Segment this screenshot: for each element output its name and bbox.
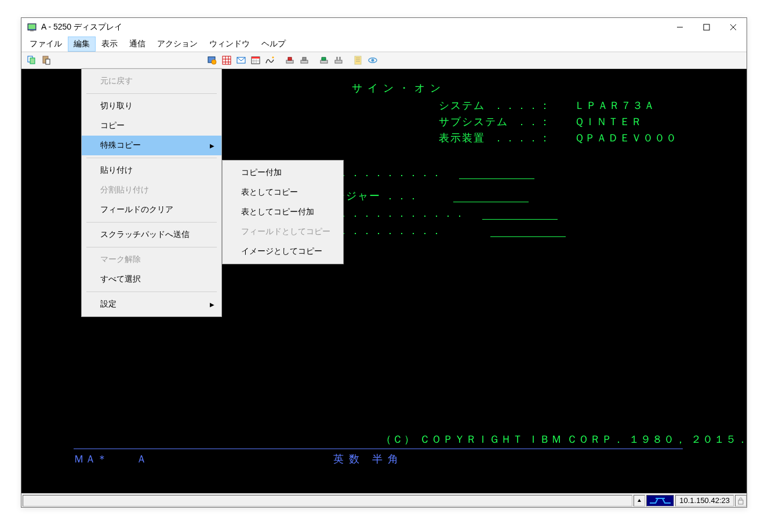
toolbar-signature-icon[interactable] [263,53,277,67]
lock-icon[interactable] [735,495,747,507]
svg-marker-30 [322,57,326,60]
menu-send-scratchpad[interactable]: スクラッチパッドへ送信 [82,225,221,245]
term-mode1: 英 数 [333,453,361,465]
term-subsystem-value: ＱＩＮＴＥＲ [574,116,643,127]
svg-rect-27 [301,60,308,63]
status-message [23,495,632,507]
svg-rect-28 [303,57,306,60]
titlebar: A - 5250 ディスプレイ [21,18,747,37]
svg-rect-29 [321,60,327,63]
minimize-button[interactable] [667,18,693,37]
toolbar [21,52,747,69]
menu-comm[interactable]: 通信 [123,37,151,52]
submenu-copy-as-field: フィールドとしてコピー [223,222,343,242]
menubar: ファイル 編集 表示 通信 アクション ウィンドウ ヘルプ [21,37,747,52]
svg-rect-33 [339,57,341,60]
window-title: A - 5250 ディスプレイ [41,22,667,32]
edit-menu-dropdown: 元に戻す 切り取り コピー 特殊コピー▶ 貼り付け 分割貼り付け フィールドのク… [81,68,222,317]
toolbar-note-icon[interactable] [351,53,365,67]
term-subsystem-label: サブシステム ．．： [439,116,551,127]
svg-rect-2 [30,30,34,31]
maximize-button[interactable] [693,18,720,37]
term-device-value: ＱＰＡＤＥＶ０００ [574,132,678,144]
svg-rect-25 [286,60,293,63]
toolbar-device2-icon[interactable] [297,53,311,67]
submenu-copy-as-image[interactable]: イメージとしてコピー [223,242,343,261]
menu-undo: 元に戻す [82,71,221,91]
status-arrow-button[interactable] [634,495,645,507]
menu-paste[interactable]: 貼り付け [82,161,221,180]
toolbar-device3-icon[interactable] [317,53,331,67]
menu-copy[interactable]: コピー [82,116,221,136]
term-mode2: 半 角 [372,453,399,465]
term-ma: ＭＡ＊ [74,453,108,465]
term-system-value: ＬＰＡＲ７３Ａ [574,100,656,111]
status-ip: 10.1.150.42:23 [675,495,734,507]
term-a: Ａ [136,453,148,465]
menu-action[interactable]: アクション [151,37,203,52]
chevron-right-icon: ▶ [210,143,214,149]
toolbar-calendar-icon[interactable] [249,53,263,67]
term-input-1[interactable] [459,167,534,179]
svg-rect-26 [288,57,292,60]
menu-clear-field[interactable]: フィールドのクリア [82,200,221,220]
statusbar: 10.1.150.42:23 [21,493,747,507]
svg-rect-1 [28,24,35,29]
menu-settings[interactable]: 設定▶ [82,294,221,314]
connection-icon [646,495,674,507]
toolbar-grid-red-icon[interactable] [220,53,234,67]
svg-point-12 [212,60,216,64]
term-copyright: （Ｃ） ＣＯＰＹＲＩＧＨＴ ＩＢＭ ＣＯＲＰ． １９８０， ２０１５． [381,431,747,448]
app-icon [27,23,37,32]
submenu-copy-as-table[interactable]: 表としてコピー [223,183,343,202]
svg-marker-40 [638,499,641,502]
submenu-copy-append[interactable]: コピー付加 [223,163,343,183]
toolbar-paste-icon[interactable] [39,53,53,67]
toolbar-device4-icon[interactable] [332,53,345,67]
svg-rect-41 [738,500,743,504]
menu-help[interactable]: ヘルプ [256,37,292,52]
toolbar-mail-icon[interactable] [234,53,248,67]
menu-cut[interactable]: 切り取り [82,96,221,116]
menu-select-all[interactable]: すべて選択 [82,269,221,289]
menu-edit[interactable]: 編集 [68,37,96,52]
close-button[interactable] [720,18,747,37]
svg-point-39 [372,59,374,62]
term-input-3[interactable] [482,208,558,220]
term-separator [74,449,683,449]
menu-window[interactable]: ウィンドウ [203,37,256,52]
svg-rect-34 [355,56,361,64]
chevron-right-icon: ▶ [210,301,214,308]
menu-special-copy[interactable]: 特殊コピー▶ [82,136,221,155]
svg-rect-4 [704,24,709,30]
toolbar-help-icon[interactable] [366,53,380,67]
term-input-4[interactable] [490,225,566,237]
term-system-label: システム ．．．．： [439,100,551,111]
svg-rect-31 [335,60,342,63]
term-input-2[interactable] [453,191,529,202]
toolbar-device1-icon[interactable] [283,53,297,67]
svg-rect-10 [46,59,50,64]
term-dots3: ．．．．．．．．．．．． [323,207,466,219]
special-copy-submenu: コピー付加 表としてコピー 表としてコピー付加 フィールドとしてコピー イメージ… [222,160,344,264]
menu-split-paste: 分割貼り付け [82,180,221,200]
term-device-label: 表示装置 ．．．．： [439,132,551,144]
svg-point-24 [272,57,274,59]
svg-rect-20 [252,57,260,59]
toolbar-settings-icon[interactable] [205,53,219,67]
menu-file[interactable]: ファイル [24,37,68,52]
svg-rect-32 [336,57,338,60]
menu-unmark: マーク解除 [82,250,221,269]
toolbar-copy-icon[interactable] [25,53,39,67]
term-title: サ イ ン ・ オ ン [352,79,747,97]
svg-rect-8 [30,58,35,64]
menu-view[interactable]: 表示 [96,37,123,52]
submenu-copy-as-table-append[interactable]: 表としてコピー付加 [223,202,343,222]
svg-rect-13 [223,56,231,64]
